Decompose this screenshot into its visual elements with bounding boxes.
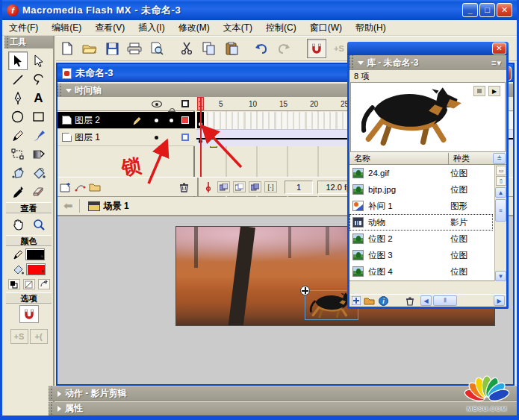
delete-layer-button[interactable] xyxy=(177,181,190,194)
print-preview-icon[interactable] xyxy=(147,39,167,58)
layer-outline-swatch[interactable] xyxy=(181,116,189,124)
straighten-option-button[interactable]: +( xyxy=(30,329,48,344)
layer-unlocked-dot[interactable] xyxy=(170,119,173,122)
play-button[interactable]: ▶ xyxy=(488,86,500,96)
layer-outline-swatch[interactable] xyxy=(181,134,189,141)
library-window-frame[interactable]: ✕ xyxy=(347,42,509,55)
layer-row-2[interactable]: 图层 2 xyxy=(58,112,195,129)
library-item[interactable]: 补间 1 图形 xyxy=(349,198,493,214)
library-item-selected[interactable]: 动物 影片 xyxy=(349,214,493,231)
layer-visible-dot[interactable] xyxy=(155,119,158,122)
eyedropper-tool[interactable] xyxy=(8,182,28,201)
cut-icon[interactable] xyxy=(177,39,196,58)
item-properties-button[interactable]: i xyxy=(377,294,389,307)
fill-transform-tool[interactable] xyxy=(29,145,49,163)
modify-onion-markers-button[interactable]: [·] xyxy=(264,181,277,192)
show-hide-icon[interactable] xyxy=(152,101,162,107)
name-column-header[interactable]: 名称 xyxy=(349,153,370,164)
lasso-tool[interactable] xyxy=(29,70,49,89)
close-button[interactable]: ✕ xyxy=(497,3,512,17)
paste-icon[interactable] xyxy=(222,39,241,58)
tools-panel-header[interactable]: 工具 xyxy=(4,36,53,48)
app-titlebar[interactable]: f Macromedia Flash MX - 未命名-3 _ □ ✕ xyxy=(2,0,517,20)
current-frame-field[interactable]: 1 xyxy=(285,181,313,194)
rectangle-tool[interactable] xyxy=(29,107,49,126)
grip-handle[interactable] xyxy=(349,55,355,70)
delete-item-button[interactable] xyxy=(403,294,417,307)
paint-bucket-tool[interactable] xyxy=(29,163,49,182)
new-document-icon[interactable] xyxy=(58,39,77,58)
copy-icon[interactable] xyxy=(199,39,219,58)
new-folder-button[interactable] xyxy=(363,294,376,307)
actions-panel-header[interactable]: 动作 - 影片剪辑 xyxy=(49,386,519,401)
default-colors-button[interactable] xyxy=(8,279,20,289)
grip-handle[interactable] xyxy=(49,402,54,415)
layer-visible-dot[interactable] xyxy=(155,136,158,140)
grip-handle[interactable] xyxy=(49,386,54,401)
library-item[interactable]: bjtp.jpg 位图 xyxy=(349,181,493,198)
pen-tool[interactable] xyxy=(8,89,28,107)
scene-name[interactable]: 场景 1 xyxy=(104,200,129,213)
library-column-headers[interactable]: 名称 种类 ≜ xyxy=(349,152,506,165)
back-arrow-icon[interactable]: ⬅ xyxy=(63,199,73,213)
minimize-button[interactable]: _ xyxy=(462,3,478,17)
stop-button[interactable] xyxy=(473,86,485,96)
smooth-option-button[interactable]: +S xyxy=(10,329,28,344)
snap-to-objects-icon[interactable] xyxy=(307,39,326,58)
edit-multiple-frames-button[interactable] xyxy=(249,181,261,192)
menu-view[interactable]: 查看(V) xyxy=(88,20,131,36)
library-scrollbar[interactable]: ▭ ▯ ▲ ≡ ▼ xyxy=(494,165,506,281)
center-frame-button[interactable] xyxy=(202,181,215,194)
menu-file[interactable]: 文件(F) xyxy=(2,20,45,36)
sort-order-button[interactable]: ≜ xyxy=(493,153,506,164)
add-motion-guide-button[interactable] xyxy=(73,181,87,194)
smooth-icon[interactable]: +S xyxy=(329,39,349,58)
menu-text[interactable]: 文本(T) xyxy=(217,20,259,36)
scroll-left-button[interactable]: ◀ xyxy=(420,295,432,306)
swap-colors-button[interactable] xyxy=(38,279,50,289)
grip-handle[interactable] xyxy=(58,84,63,97)
fill-color-swatch[interactable]: ▾ xyxy=(26,263,46,275)
panel-options-icon[interactable]: ≡▾ xyxy=(491,58,502,68)
library-item[interactable]: 位图 2 位图 xyxy=(349,231,493,247)
menu-modify[interactable]: 修改(M) xyxy=(172,20,217,36)
type-column-header[interactable]: 种类 xyxy=(448,153,470,164)
library-item[interactable]: 24.gif 位图 xyxy=(349,165,493,181)
insert-layer-folder-button[interactable] xyxy=(88,181,102,194)
menu-edit[interactable]: 编辑(E) xyxy=(45,20,88,36)
subselect-tool[interactable] xyxy=(29,51,49,70)
undo-icon[interactable] xyxy=(252,39,271,58)
menu-control[interactable]: 控制(C) xyxy=(259,20,303,36)
library-close-button[interactable]: ✕ xyxy=(492,43,506,54)
save-icon[interactable] xyxy=(102,39,122,58)
menu-help[interactable]: 帮助(H) xyxy=(349,20,393,36)
library-item[interactable]: 位图 3 位图 xyxy=(349,247,493,263)
h-scrollbar-thumb[interactable]: ⦀ xyxy=(433,295,457,306)
insert-layer-button[interactable] xyxy=(58,181,72,194)
line-tool[interactable] xyxy=(8,70,28,89)
hand-tool[interactable] xyxy=(8,215,28,233)
brush-tool[interactable] xyxy=(29,126,49,145)
scroll-up-button[interactable]: ▲ xyxy=(495,187,506,198)
registration-point-icon[interactable] xyxy=(300,286,310,295)
onion-skin-button[interactable] xyxy=(217,181,230,192)
pencil-tool[interactable] xyxy=(8,126,28,145)
wide-state-button[interactable]: ▭ xyxy=(496,166,506,175)
library-item[interactable]: 位图 4 位图 xyxy=(349,263,493,280)
maximize-button[interactable]: □ xyxy=(479,3,495,17)
onion-skin-outlines-button[interactable] xyxy=(233,181,246,192)
library-header[interactable]: 库 - 未命名-3 ≡▾ xyxy=(349,55,506,70)
free-transform-tool[interactable] xyxy=(8,145,28,163)
properties-panel-header[interactable]: 属性 xyxy=(49,402,519,416)
snap-option-button[interactable] xyxy=(19,305,39,323)
scroll-right-button[interactable]: ▶ xyxy=(494,295,505,306)
no-color-button[interactable] xyxy=(23,279,35,289)
new-symbol-button[interactable] xyxy=(350,294,361,307)
scrollbar-thumb[interactable]: ≡ xyxy=(495,199,506,222)
eraser-tool[interactable] xyxy=(29,182,49,201)
print-icon[interactable] xyxy=(125,39,144,58)
playhead-line[interactable] xyxy=(200,97,202,178)
zoom-tool[interactable] xyxy=(29,215,49,233)
arrow-tool[interactable] xyxy=(8,51,28,70)
menu-insert[interactable]: 插入(I) xyxy=(131,20,171,36)
